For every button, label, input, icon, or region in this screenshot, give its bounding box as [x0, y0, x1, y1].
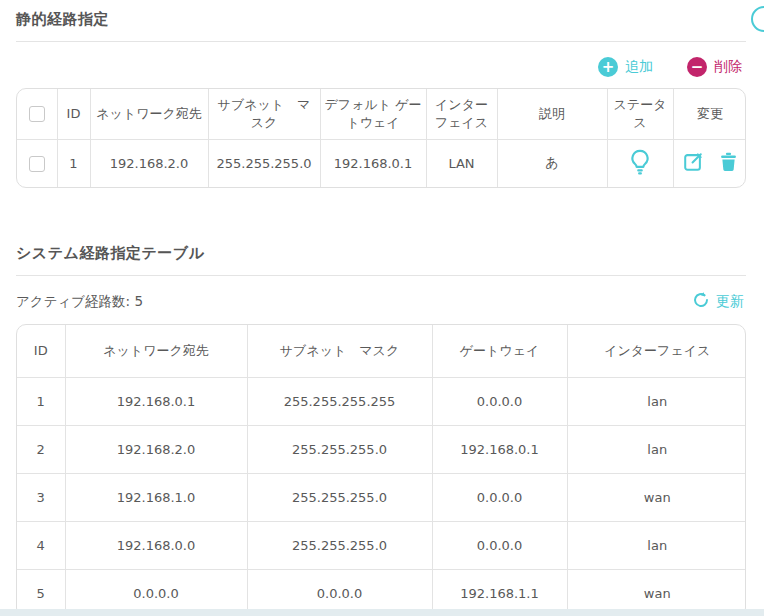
system-routes-table: ID ネットワーク宛先 サブネット マスク ゲートウェイ インターフェイス 1 … — [16, 324, 746, 616]
footer-edge-bar — [0, 609, 764, 616]
col-header-subnet-mask: サブネット マスク — [208, 89, 320, 139]
system-routes-header-row: ID ネットワーク宛先 サブネット マスク ゲートウェイ インターフェイス — [17, 325, 746, 377]
edit-icon — [682, 151, 704, 176]
minus-circle-icon: − — [687, 57, 707, 77]
cell-interface: lan — [567, 521, 746, 569]
edit-route-button[interactable] — [682, 151, 704, 176]
static-route-row: 1 192.168.2.0 255.255.255.0 192.168.0.1 … — [17, 139, 746, 187]
table-row: 3 192.168.1.0 255.255.255.0 0.0.0.0 wan — [17, 473, 746, 521]
cell-gateway: 0.0.0.0 — [432, 473, 567, 521]
active-routes-counter: アクティブ経路数: 5 — [16, 293, 143, 311]
col-header-default-gateway: デフォルト ゲートウェイ — [320, 89, 426, 139]
select-all-checkbox[interactable] — [29, 106, 45, 122]
add-route-button[interactable]: + 追加 — [598, 57, 653, 77]
row-checkbox[interactable] — [29, 156, 45, 172]
divider — [16, 41, 746, 42]
delete-row-button[interactable] — [718, 151, 739, 176]
cell-network-destination: 192.168.2.0 — [65, 425, 247, 473]
table-row: 4 192.168.0.0 255.255.255.0 0.0.0.0 lan — [17, 521, 746, 569]
cell-subnet-mask: 255.255.255.0 — [247, 473, 432, 521]
cell-subnet-mask: 255.255.255.0 — [247, 425, 432, 473]
add-route-label: 追加 — [625, 58, 653, 76]
cell-id: 2 — [17, 425, 65, 473]
col-header-description: 説明 — [497, 89, 607, 139]
cell-id: 4 — [17, 521, 65, 569]
active-routes-count: 5 — [134, 293, 143, 309]
cell-subnet-mask: 255.255.255.255 — [247, 377, 432, 425]
cell-interface: lan — [567, 377, 746, 425]
cell-description: あ — [497, 139, 607, 187]
cell-gateway: 0.0.0.0 — [432, 377, 567, 425]
static-routes-table: ID ネットワーク宛先 サブネット マスク デフォルト ゲートウェイ インターフ… — [16, 88, 746, 188]
cell-gateway: 192.168.0.1 — [432, 425, 567, 473]
divider — [16, 275, 746, 276]
col-header-interface: インターフェイス — [567, 325, 746, 377]
refresh-label: 更新 — [716, 293, 744, 311]
trash-icon — [718, 151, 739, 176]
cell-network-destination: 192.168.2.0 — [90, 139, 208, 187]
refresh-button[interactable]: 更新 — [692, 291, 744, 312]
refresh-icon — [692, 291, 710, 312]
static-routes-header-row: ID ネットワーク宛先 サブネット マスク デフォルト ゲートウェイ インターフ… — [17, 89, 746, 139]
status-toggle-button[interactable] — [627, 148, 653, 179]
col-header-change: 変更 — [673, 89, 746, 139]
delete-route-button[interactable]: − 削除 — [687, 57, 742, 77]
cell-gateway: 0.0.0.0 — [432, 521, 567, 569]
cell-id: 3 — [17, 473, 65, 521]
col-header-interface: インターフェイス — [426, 89, 497, 139]
col-header-id: ID — [57, 89, 90, 139]
col-header-network-destination: ネットワーク宛先 — [90, 89, 208, 139]
lightbulb-icon — [627, 148, 653, 179]
cell-default-gateway: 192.168.0.1 — [320, 139, 426, 187]
section-title-system-routing: システム経路指定テーブル — [16, 234, 746, 263]
cell-network-destination: 192.168.1.0 — [65, 473, 247, 521]
cell-interface: wan — [567, 473, 746, 521]
col-header-network-destination: ネットワーク宛先 — [65, 325, 247, 377]
col-header-subnet-mask: サブネット マスク — [247, 325, 432, 377]
delete-route-label: 削除 — [714, 58, 742, 76]
plus-circle-icon: + — [598, 57, 618, 77]
cell-network-destination: 192.168.0.1 — [65, 377, 247, 425]
table-row: 1 192.168.0.1 255.255.255.255 0.0.0.0 la… — [17, 377, 746, 425]
cell-id: 1 — [17, 377, 65, 425]
col-header-id: ID — [17, 325, 65, 377]
cell-subnet-mask: 255.255.255.0 — [208, 139, 320, 187]
table-row: 2 192.168.2.0 255.255.255.0 192.168.0.1 … — [17, 425, 746, 473]
cell-interface: LAN — [426, 139, 497, 187]
cell-network-destination: 192.168.0.0 — [65, 521, 247, 569]
cell-subnet-mask: 255.255.255.0 — [247, 521, 432, 569]
active-routes-label: アクティブ経路数: — [16, 293, 130, 309]
cell-id: 1 — [57, 139, 90, 187]
cell-interface: lan — [567, 425, 746, 473]
help-icon[interactable] — [751, 6, 764, 32]
col-header-status: ステータス — [607, 89, 673, 139]
section-title-static-routing: 静的経路指定 — [16, 0, 746, 29]
static-routes-toolbar: + 追加 − 削除 — [16, 56, 742, 78]
col-header-gateway: ゲートウェイ — [432, 325, 567, 377]
